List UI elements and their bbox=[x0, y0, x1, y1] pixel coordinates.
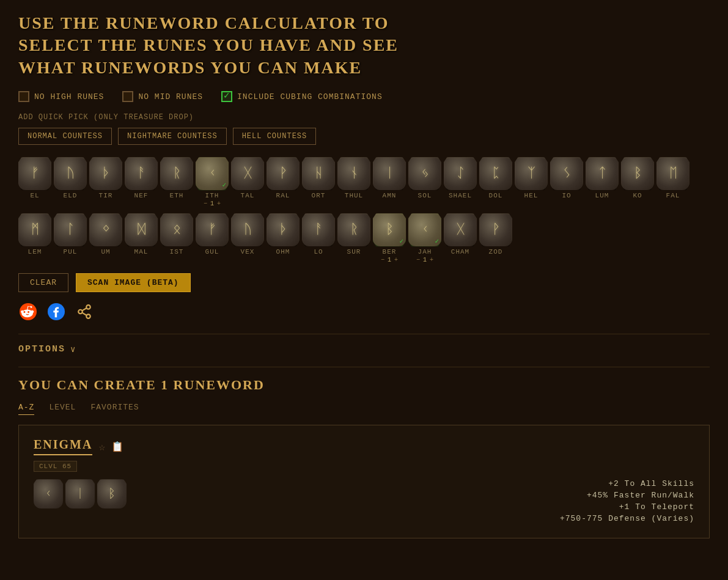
page-title: Use the Runeword Calculator to Select th… bbox=[18, 12, 710, 79]
no-high-runes-checkbox[interactable]: No High Runes bbox=[18, 91, 104, 102]
facebook-icon[interactable] bbox=[46, 302, 66, 321]
rune-hel[interactable]: ᛉHel bbox=[515, 157, 548, 207]
rune-symbol-ort: ᚺ bbox=[315, 166, 323, 182]
rune-symbol-nef: ᚨ bbox=[138, 166, 145, 182]
rune-stone-cham: ᚷ bbox=[444, 213, 477, 246]
rune-stone-lum: ᛏ bbox=[586, 157, 619, 190]
rune-stone-ohm: ᚦ bbox=[267, 213, 300, 246]
rune-label-amn: Amn bbox=[383, 192, 397, 199]
rune-symbol-fal: ᛖ bbox=[669, 166, 677, 182]
no-mid-runes-checkbox[interactable]: No Mid Runes bbox=[122, 91, 203, 102]
rune-label-tir: Tir bbox=[99, 192, 113, 199]
sort-tab-az[interactable]: A-Z bbox=[18, 403, 34, 415]
rune-tal[interactable]: ᚷTal bbox=[231, 157, 264, 207]
rune-stone-um: ᛜ bbox=[89, 213, 122, 246]
rune-ral[interactable]: ᚹRal bbox=[267, 157, 300, 207]
rune-lem[interactable]: ᛗLem bbox=[18, 213, 51, 263]
rune-ber[interactable]: ᛒBer−1+ bbox=[373, 213, 406, 263]
rune-plus-ber[interactable]: + bbox=[393, 257, 399, 263]
rune-minus-ber[interactable]: − bbox=[380, 257, 386, 263]
rune-io[interactable]: ᛊIo bbox=[550, 157, 583, 207]
share-icon[interactable] bbox=[75, 302, 94, 321]
rune-lo[interactable]: ᚨLo bbox=[302, 213, 335, 263]
clear-button[interactable]: Clear bbox=[18, 273, 68, 292]
card-rune-icons: ᚲ ᛁ ᛒ bbox=[34, 479, 127, 508]
hell-countess-button[interactable]: Hell Countess bbox=[233, 128, 317, 145]
rune-symbol-um: ᛜ bbox=[102, 222, 110, 238]
rune-stone-ko: ᛒ bbox=[621, 157, 654, 190]
no-mid-runes-input[interactable] bbox=[122, 91, 133, 102]
rune-symbol-tal: ᚷ bbox=[244, 166, 252, 182]
rune-shael[interactable]: ᛇShael bbox=[444, 157, 477, 207]
rune-zod[interactable]: ᚹZod bbox=[479, 213, 512, 263]
rune-symbol-ist: ᛟ bbox=[173, 222, 181, 238]
rune-thul[interactable]: ᚾThul bbox=[337, 157, 370, 207]
favorite-star-icon[interactable]: ☆ bbox=[98, 440, 105, 453]
stat-1: +45% Faster Run/Walk bbox=[139, 491, 694, 500]
rune-symbol-vex: ᚢ bbox=[244, 222, 252, 238]
rune-lum[interactable]: ᛏLum bbox=[586, 157, 619, 207]
rune-nef[interactable]: ᚨNef bbox=[125, 157, 158, 207]
rune-el[interactable]: ᚠEl bbox=[18, 157, 51, 207]
rune-symbol-eld: ᚢ bbox=[67, 166, 75, 182]
rune-ith[interactable]: ᚲIth−1+ bbox=[196, 157, 229, 207]
scan-image-button[interactable]: Scan Image (Beta) bbox=[76, 273, 191, 292]
rune-label-ist: Ist bbox=[170, 248, 184, 255]
card-rune-jah: ᚲ bbox=[34, 479, 63, 508]
rune-minus-ith[interactable]: − bbox=[202, 200, 208, 207]
rune-ko[interactable]: ᛒKo bbox=[621, 157, 654, 207]
no-high-runes-input[interactable] bbox=[18, 91, 29, 102]
copy-icon[interactable]: 📋 bbox=[111, 441, 123, 453]
rune-eth[interactable]: ᚱEth bbox=[160, 157, 193, 207]
rune-ohm[interactable]: ᚦOhm bbox=[267, 213, 300, 263]
rune-plus-jah[interactable]: + bbox=[428, 257, 435, 263]
options-section[interactable]: Options ∨ bbox=[18, 344, 710, 354]
rune-fal[interactable]: ᛖFal bbox=[656, 157, 689, 207]
rune-label-hel: Hel bbox=[524, 192, 539, 199]
rune-amn[interactable]: ᛁAmn bbox=[373, 157, 406, 207]
filter-checkboxes: No High Runes No Mid Runes Include Cubin… bbox=[18, 91, 710, 102]
rune-mal[interactable]: ᛞMal bbox=[125, 213, 158, 263]
rune-symbol-sur: ᚱ bbox=[350, 222, 358, 238]
rune-count-ber: 1 bbox=[387, 257, 392, 263]
rune-eld[interactable]: ᚢEld bbox=[54, 157, 87, 207]
rune-ort[interactable]: ᚺOrt bbox=[302, 157, 335, 207]
rune-sol[interactable]: ᛃSol bbox=[408, 157, 441, 207]
rune-cham[interactable]: ᚷCham bbox=[444, 213, 477, 263]
rune-controls-ber: −1+ bbox=[380, 257, 399, 263]
rune-tir[interactable]: ᚦTir bbox=[89, 157, 122, 207]
nightmare-countess-button[interactable]: Nightmare Countess bbox=[118, 128, 227, 145]
stat-0: +2 To All Skills bbox=[139, 479, 694, 488]
rune-stone-ral: ᚹ bbox=[267, 157, 300, 190]
rune-label-jah: Jah bbox=[418, 248, 432, 255]
card-rune-ith: ᛁ bbox=[65, 479, 95, 508]
rune-pul[interactable]: ᛚPul bbox=[54, 213, 87, 263]
rune-minus-jah[interactable]: − bbox=[415, 257, 421, 263]
card-rune-ber: ᛒ bbox=[97, 479, 127, 508]
rune-stone-ith: ᚲ bbox=[196, 157, 229, 190]
sort-tab-level[interactable]: Level bbox=[49, 403, 76, 415]
svg-line-6 bbox=[82, 308, 86, 310]
rune-label-el: El bbox=[30, 192, 39, 199]
rune-jah[interactable]: ᚲJah−1+ bbox=[408, 213, 441, 263]
social-icons bbox=[18, 302, 710, 321]
rune-symbol-sol: ᛃ bbox=[421, 166, 429, 182]
include-cubing-checkbox[interactable]: Include Cubing Combinations bbox=[221, 91, 383, 102]
rune-um[interactable]: ᛜUm bbox=[89, 213, 122, 263]
rune-plus-ith[interactable]: + bbox=[216, 200, 222, 207]
rune-label-eth: Eth bbox=[170, 192, 184, 199]
rune-dol[interactable]: ᛈDol bbox=[479, 157, 512, 207]
svg-point-2 bbox=[86, 305, 90, 309]
rune-symbol-ohm: ᚦ bbox=[279, 222, 287, 238]
include-cubing-input[interactable] bbox=[221, 91, 232, 102]
rune-gul[interactable]: ᚠGul bbox=[196, 213, 229, 263]
reddit-icon[interactable] bbox=[18, 302, 38, 321]
rune-vex[interactable]: ᚢVex bbox=[231, 213, 264, 263]
rune-symbol-el: ᚠ bbox=[31, 166, 39, 182]
rune-label-dol: Dol bbox=[489, 192, 503, 199]
rune-sur[interactable]: ᚱSur bbox=[337, 213, 370, 263]
rune-label-lo: Lo bbox=[314, 248, 323, 255]
rune-ist[interactable]: ᛟIst bbox=[160, 213, 193, 263]
sort-tab-favorites[interactable]: Favorites bbox=[90, 403, 139, 415]
normal-countess-button[interactable]: Normal Countess bbox=[18, 128, 112, 145]
